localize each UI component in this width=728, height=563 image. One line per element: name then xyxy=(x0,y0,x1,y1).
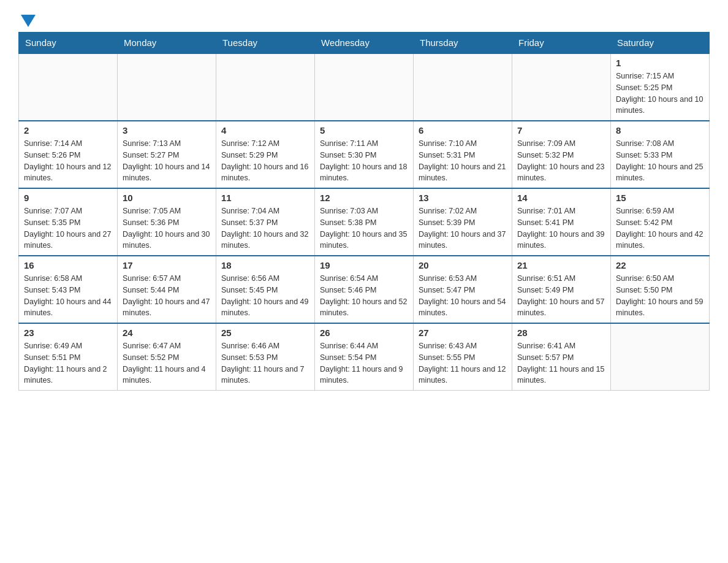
day-info: Sunrise: 6:46 AM Sunset: 5:53 PM Dayligh… xyxy=(221,340,309,386)
calendar-cell: 7Sunrise: 7:09 AM Sunset: 5:32 PM Daylig… xyxy=(512,121,611,188)
calendar-week-row: 9Sunrise: 7:07 AM Sunset: 5:35 PM Daylig… xyxy=(19,188,710,256)
day-info: Sunrise: 7:11 AM Sunset: 5:30 PM Dayligh… xyxy=(320,138,408,184)
day-number: 2 xyxy=(24,125,112,136)
calendar-week-row: 16Sunrise: 6:58 AM Sunset: 5:43 PM Dayli… xyxy=(19,256,710,323)
day-info: Sunrise: 6:54 AM Sunset: 5:46 PM Dayligh… xyxy=(320,273,408,319)
calendar-cell: 11Sunrise: 7:04 AM Sunset: 5:37 PM Dayli… xyxy=(216,188,315,256)
day-info: Sunrise: 7:04 AM Sunset: 5:37 PM Dayligh… xyxy=(221,205,309,251)
day-number: 24 xyxy=(123,327,211,338)
day-number: 21 xyxy=(517,260,605,270)
weekday-header-row: SundayMondayTuesdayWednesdayThursdayFrid… xyxy=(19,33,710,54)
day-info: Sunrise: 7:02 AM Sunset: 5:39 PM Dayligh… xyxy=(419,205,507,251)
day-info: Sunrise: 6:58 AM Sunset: 5:43 PM Dayligh… xyxy=(24,273,112,319)
calendar-table: SundayMondayTuesdayWednesdayThursdayFrid… xyxy=(18,32,710,391)
calendar-week-row: 23Sunrise: 6:49 AM Sunset: 5:51 PM Dayli… xyxy=(19,323,710,391)
calendar-cell: 14Sunrise: 7:01 AM Sunset: 5:41 PM Dayli… xyxy=(512,188,611,256)
day-info: Sunrise: 6:50 AM Sunset: 5:50 PM Dayligh… xyxy=(616,273,704,319)
calendar-cell: 12Sunrise: 7:03 AM Sunset: 5:38 PM Dayli… xyxy=(315,188,414,256)
day-number: 9 xyxy=(24,193,112,203)
logo xyxy=(18,12,36,26)
calendar-cell xyxy=(216,53,315,121)
calendar-cell: 28Sunrise: 6:41 AM Sunset: 5:57 PM Dayli… xyxy=(512,323,611,391)
calendar-cell: 25Sunrise: 6:46 AM Sunset: 5:53 PM Dayli… xyxy=(216,323,315,391)
day-number: 13 xyxy=(419,193,507,203)
day-number: 8 xyxy=(616,125,704,136)
calendar-cell: 2Sunrise: 7:14 AM Sunset: 5:26 PM Daylig… xyxy=(19,121,118,188)
calendar-cell: 15Sunrise: 6:59 AM Sunset: 5:42 PM Dayli… xyxy=(611,188,710,256)
calendar-cell: 18Sunrise: 6:56 AM Sunset: 5:45 PM Dayli… xyxy=(216,256,315,323)
day-number: 1 xyxy=(616,58,704,68)
day-info: Sunrise: 6:47 AM Sunset: 5:52 PM Dayligh… xyxy=(123,340,211,386)
day-number: 16 xyxy=(24,260,112,270)
day-number: 12 xyxy=(320,193,408,203)
calendar-cell: 20Sunrise: 6:53 AM Sunset: 5:47 PM Dayli… xyxy=(414,256,512,323)
day-number: 7 xyxy=(517,125,605,136)
calendar-cell: 19Sunrise: 6:54 AM Sunset: 5:46 PM Dayli… xyxy=(315,256,414,323)
calendar-cell: 13Sunrise: 7:02 AM Sunset: 5:39 PM Dayli… xyxy=(414,188,512,256)
calendar-cell: 26Sunrise: 6:44 AM Sunset: 5:54 PM Dayli… xyxy=(315,323,414,391)
calendar-cell: 21Sunrise: 6:51 AM Sunset: 5:49 PM Dayli… xyxy=(512,256,611,323)
day-number: 15 xyxy=(616,193,704,203)
day-number: 27 xyxy=(419,327,507,338)
calendar-cell: 8Sunrise: 7:08 AM Sunset: 5:33 PM Daylig… xyxy=(611,121,710,188)
day-info: Sunrise: 7:08 AM Sunset: 5:33 PM Dayligh… xyxy=(616,138,704,184)
calendar-cell: 23Sunrise: 6:49 AM Sunset: 5:51 PM Dayli… xyxy=(19,323,118,391)
weekday-header-saturday: Saturday xyxy=(611,33,710,54)
calendar-week-row: 2Sunrise: 7:14 AM Sunset: 5:26 PM Daylig… xyxy=(19,121,710,188)
calendar-cell: 10Sunrise: 7:05 AM Sunset: 5:36 PM Dayli… xyxy=(118,188,216,256)
weekday-header-monday: Monday xyxy=(118,33,216,54)
calendar-cell: 22Sunrise: 6:50 AM Sunset: 5:50 PM Dayli… xyxy=(611,256,710,323)
calendar-cell xyxy=(414,53,512,121)
day-info: Sunrise: 6:57 AM Sunset: 5:44 PM Dayligh… xyxy=(123,273,211,319)
day-number: 3 xyxy=(123,125,211,136)
day-info: Sunrise: 6:44 AM Sunset: 5:54 PM Dayligh… xyxy=(320,340,408,386)
weekday-header-wednesday: Wednesday xyxy=(315,33,414,54)
day-info: Sunrise: 7:09 AM Sunset: 5:32 PM Dayligh… xyxy=(517,138,605,184)
day-number: 26 xyxy=(320,327,408,338)
day-info: Sunrise: 7:01 AM Sunset: 5:41 PM Dayligh… xyxy=(517,205,605,251)
day-info: Sunrise: 6:41 AM Sunset: 5:57 PM Dayligh… xyxy=(517,340,605,386)
calendar-week-row: 1Sunrise: 7:15 AM Sunset: 5:25 PM Daylig… xyxy=(19,53,710,121)
day-number: 14 xyxy=(517,193,605,203)
day-info: Sunrise: 6:53 AM Sunset: 5:47 PM Dayligh… xyxy=(419,273,507,319)
weekday-header-tuesday: Tuesday xyxy=(216,33,315,54)
day-info: Sunrise: 7:05 AM Sunset: 5:36 PM Dayligh… xyxy=(123,205,211,251)
logo-triangle-icon xyxy=(21,15,36,27)
calendar-cell xyxy=(512,53,611,121)
calendar-cell: 16Sunrise: 6:58 AM Sunset: 5:43 PM Dayli… xyxy=(19,256,118,323)
day-info: Sunrise: 6:56 AM Sunset: 5:45 PM Dayligh… xyxy=(221,273,309,319)
day-info: Sunrise: 7:07 AM Sunset: 5:35 PM Dayligh… xyxy=(24,205,112,251)
day-number: 6 xyxy=(419,125,507,136)
day-number: 25 xyxy=(221,327,309,338)
calendar-cell xyxy=(611,323,710,391)
calendar-cell: 17Sunrise: 6:57 AM Sunset: 5:44 PM Dayli… xyxy=(118,256,216,323)
calendar-cell: 4Sunrise: 7:12 AM Sunset: 5:29 PM Daylig… xyxy=(216,121,315,188)
day-number: 5 xyxy=(320,125,408,136)
weekday-header-sunday: Sunday xyxy=(19,33,118,54)
weekday-header-thursday: Thursday xyxy=(414,33,512,54)
day-info: Sunrise: 6:51 AM Sunset: 5:49 PM Dayligh… xyxy=(517,273,605,319)
day-number: 19 xyxy=(320,260,408,270)
day-info: Sunrise: 6:49 AM Sunset: 5:51 PM Dayligh… xyxy=(24,340,112,386)
day-number: 10 xyxy=(123,193,211,203)
day-info: Sunrise: 7:15 AM Sunset: 5:25 PM Dayligh… xyxy=(616,71,704,117)
weekday-header-friday: Friday xyxy=(512,33,611,54)
day-info: Sunrise: 7:14 AM Sunset: 5:26 PM Dayligh… xyxy=(24,138,112,184)
day-info: Sunrise: 6:59 AM Sunset: 5:42 PM Dayligh… xyxy=(616,205,704,251)
calendar-cell: 6Sunrise: 7:10 AM Sunset: 5:31 PM Daylig… xyxy=(414,121,512,188)
day-info: Sunrise: 7:03 AM Sunset: 5:38 PM Dayligh… xyxy=(320,205,408,251)
day-number: 4 xyxy=(221,125,309,136)
day-number: 23 xyxy=(24,327,112,338)
calendar-cell: 9Sunrise: 7:07 AM Sunset: 5:35 PM Daylig… xyxy=(19,188,118,256)
calendar-cell xyxy=(315,53,414,121)
day-number: 22 xyxy=(616,260,704,270)
calendar-cell xyxy=(118,53,216,121)
calendar-cell: 3Sunrise: 7:13 AM Sunset: 5:27 PM Daylig… xyxy=(118,121,216,188)
day-info: Sunrise: 7:12 AM Sunset: 5:29 PM Dayligh… xyxy=(221,138,309,184)
day-number: 17 xyxy=(123,260,211,270)
calendar-cell xyxy=(19,53,118,121)
day-info: Sunrise: 6:43 AM Sunset: 5:55 PM Dayligh… xyxy=(419,340,507,386)
day-info: Sunrise: 7:10 AM Sunset: 5:31 PM Dayligh… xyxy=(419,138,507,184)
calendar-cell: 24Sunrise: 6:47 AM Sunset: 5:52 PM Dayli… xyxy=(118,323,216,391)
page-header xyxy=(18,12,710,26)
